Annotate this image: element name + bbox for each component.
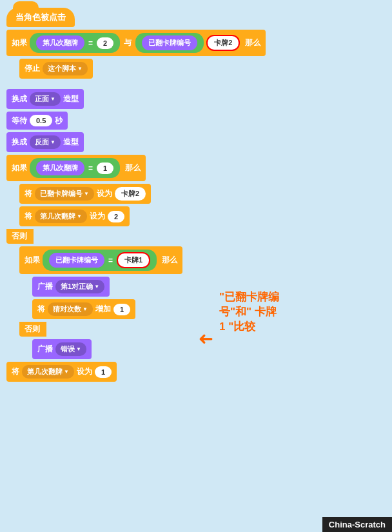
var-flip-count: 第几次翻牌 bbox=[36, 35, 84, 50]
if-block-row-3: 如果 已翻卡牌编号 = 卡牌1 那么 bbox=[19, 246, 386, 274]
wait-block: 等待 0.5 秒 bbox=[6, 112, 68, 130]
front-dropdown[interactable]: 正面 ▼ bbox=[30, 92, 61, 106]
set-flip-count-1-row: 将 第几次翻牌 ▼ 设为 1 bbox=[6, 362, 386, 382]
flipped-id-dropdown[interactable]: 已翻卡牌编号 ▼ bbox=[35, 187, 94, 201]
switch-costume-front-row: 换成 正面 ▼ 造型 bbox=[6, 89, 386, 109]
wait-val: 0.5 bbox=[30, 115, 52, 126]
var-flip-count-2: 第几次翻牌 bbox=[36, 161, 84, 175]
switch-costume-back: 换成 反面 ▼ 造型 bbox=[6, 132, 84, 152]
stop-block-row: 停止 这个脚本 ▼ bbox=[19, 59, 386, 79]
condition-1a: 第几次翻牌 = 2 bbox=[30, 33, 120, 53]
score-dropdown[interactable]: 猜对次数 ▼ bbox=[48, 302, 93, 316]
broadcast1-dropdown[interactable]: 第1对正确 ▼ bbox=[55, 280, 104, 293]
flip-count-dropdown[interactable]: 第几次翻牌 ▼ bbox=[35, 210, 87, 223]
hat-block: 当角色被点击 bbox=[6, 8, 75, 27]
else-label-2: 否则 bbox=[19, 322, 46, 337]
annotation-arrow: ➜ bbox=[199, 329, 213, 350]
broadcast-error: 广播 错误 ▼ bbox=[32, 339, 92, 359]
scratch-workspace: 当角色被点击 如果 第几次翻牌 = 2 与 已翻卡牌编号 bbox=[0, 0, 392, 389]
val-1: 1 bbox=[97, 163, 113, 174]
else-label: 否则 bbox=[6, 229, 34, 244]
set-flip-count-row: 将 第几次翻牌 ▼ 设为 2 bbox=[19, 206, 386, 226]
if-block-2: 如果 第几次翻牌 = 1 那么 bbox=[6, 155, 146, 181]
set-flipped-id-row: 将 已翻卡牌编号 ▼ 设为 卡牌2 bbox=[19, 184, 386, 204]
hat-block-row: 当角色被点击 bbox=[6, 8, 386, 27]
condition-1b: 已翻卡牌编号 bbox=[135, 33, 204, 53]
val-card2-red: 卡牌2 bbox=[206, 35, 240, 51]
condition-3: 已翻卡牌编号 = 卡牌1 bbox=[43, 250, 157, 271]
back-dropdown[interactable]: 反面 ▼ bbox=[30, 135, 61, 149]
hat-label: 当角色被点击 bbox=[15, 12, 66, 22]
add-score-row: 将 猜对次数 ▼ 增加 1 bbox=[32, 299, 386, 319]
stop-block: 停止 这个脚本 ▼ bbox=[19, 59, 93, 79]
switch-costume-back-row: 换成 反面 ▼ 造型 bbox=[6, 132, 386, 152]
if-block-row-1: 如果 第几次翻牌 = 2 与 已翻卡牌编号 卡牌2 bbox=[6, 30, 386, 56]
broadcast2-dropdown[interactable]: 错误 ▼ bbox=[55, 342, 86, 356]
if-block-3: 如果 已翻卡牌编号 = 卡牌1 那么 bbox=[19, 246, 182, 274]
stop-dropdown[interactable]: 这个脚本 ▼ bbox=[43, 62, 88, 75]
broadcast-correct: 广播 第1对正确 ▼ bbox=[32, 277, 110, 297]
set3-val: 1 bbox=[95, 366, 112, 378]
val-card1-red: 卡牌1 bbox=[117, 252, 150, 268]
set1-val: 卡牌2 bbox=[115, 187, 146, 201]
if-block-row-2: 如果 第几次翻牌 = 1 那么 bbox=[6, 155, 386, 181]
condition-2: 第几次翻牌 = 1 bbox=[30, 158, 120, 178]
wait-block-row: 等待 0.5 秒 bbox=[6, 112, 386, 130]
broadcast1-row: 广播 第1对正确 ▼ bbox=[32, 277, 386, 297]
add-score: 将 猜对次数 ▼ 增加 1 bbox=[32, 299, 135, 319]
add-val: 1 bbox=[113, 304, 130, 315]
set-flipped-id: 将 已翻卡牌编号 ▼ 设为 卡牌2 bbox=[19, 184, 151, 204]
else-label-row: 否则 bbox=[6, 229, 386, 244]
switch-costume-front: 换成 正面 ▼ 造型 bbox=[6, 89, 84, 109]
val-2: 2 bbox=[97, 37, 113, 49]
watermark: China-Scratch bbox=[322, 517, 392, 532]
set2-val: 2 bbox=[108, 211, 124, 222]
annotation-text: "已翻卡牌编号"和" 卡牌1 "比较 bbox=[219, 290, 279, 335]
set-flip-count-1: 将 第几次翻牌 ▼ 设为 1 bbox=[6, 362, 117, 382]
flip-count-1-dropdown[interactable]: 第几次翻牌 ▼ bbox=[22, 365, 74, 379]
var-flipped-id-3: 已翻卡牌编号 bbox=[49, 253, 104, 268]
set-flip-count: 将 第几次翻牌 ▼ 设为 2 bbox=[19, 206, 130, 226]
var-flipped-id: 已翻卡牌编号 bbox=[142, 35, 197, 50]
if-block-1: 如果 第几次翻牌 = 2 与 已翻卡牌编号 卡牌2 bbox=[6, 30, 266, 56]
